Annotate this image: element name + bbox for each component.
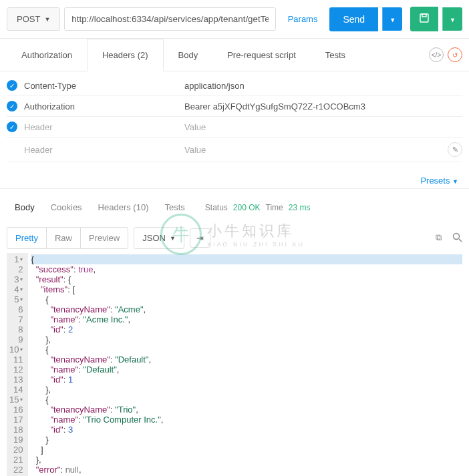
line-gutter: 1 ▾23 ▾4 ▾5 ▾678910 ▾1112131415 ▾1617181…: [7, 253, 28, 476]
header-value[interactable]: Bearer a5jXFQdtYgSufgSmQ72Z-r1OCOBcm3: [184, 101, 462, 111]
presets-link[interactable]: Presets ▼: [420, 176, 458, 186]
search-icon[interactable]: [452, 232, 462, 244]
edit-icon[interactable]: ✎: [448, 142, 462, 157]
time-label: Time: [266, 203, 283, 212]
code-content[interactable]: { "success": true, "result": { "items": …: [28, 253, 462, 476]
view-pretty[interactable]: Pretty: [7, 228, 47, 248]
header-value[interactable]: Value: [184, 145, 448, 155]
view-preview[interactable]: Preview: [81, 228, 128, 248]
header-key[interactable]: Header: [24, 122, 184, 132]
format-select[interactable]: JSON ▼: [134, 227, 184, 249]
tab-body[interactable]: Body: [164, 39, 213, 71]
copy-icon[interactable]: ⧉: [436, 232, 442, 244]
save-icon: [419, 13, 430, 23]
reset-icon[interactable]: ↺: [448, 47, 462, 62]
response-tabs: Body Cookies Headers (10) Tests Status 2…: [0, 188, 469, 223]
header-value[interactable]: application/json: [184, 81, 462, 91]
tab-authorization[interactable]: Authorization: [7, 39, 87, 71]
tab-tests[interactable]: Tests: [311, 39, 360, 71]
method-label: POST: [17, 14, 40, 24]
header-row: ✓AuthorizationBearer a5jXFQdtYgSufgSmQ72…: [7, 96, 462, 117]
params-link[interactable]: Params: [280, 14, 326, 24]
chevron-down-icon: ▼: [452, 178, 458, 185]
view-raw[interactable]: Raw: [47, 228, 81, 248]
svg-point-2: [454, 233, 460, 239]
send-dropdown[interactable]: ▼: [382, 7, 402, 31]
response-body: 1 ▾23 ▾4 ▾5 ▾678910 ▾1112131415 ▾1617181…: [7, 253, 462, 476]
svg-line-3: [459, 239, 462, 242]
send-button[interactable]: Send: [329, 7, 378, 31]
status-value: 200 OK: [233, 203, 261, 212]
header-key[interactable]: Header: [24, 145, 184, 155]
header-key[interactable]: Content-Type: [24, 81, 184, 91]
tab-prerequest[interactable]: Pre-request script: [212, 39, 311, 71]
tab-headers[interactable]: Headers (2): [87, 39, 164, 71]
chevron-down-icon: ▼: [389, 17, 396, 23]
request-bar: POST ▼ Params Send ▼ ▼: [0, 0, 469, 39]
view-bar: Pretty Raw Preview JSON ▼ ⇥ ⧉: [0, 223, 469, 253]
status-label: Status: [205, 203, 228, 212]
header-value[interactable]: Value: [184, 122, 462, 132]
headers-list: ✓Content-Typeapplication/json✓Authorizat…: [0, 71, 469, 173]
chevron-down-icon: ▼: [450, 17, 456, 23]
method-select[interactable]: POST ▼: [7, 7, 60, 31]
check-icon[interactable]: ✓: [7, 101, 17, 111]
url-input[interactable]: [64, 7, 275, 31]
request-tabs: Authorization Headers (2) Body Pre-reque…: [0, 39, 469, 71]
chevron-down-icon: ▼: [170, 235, 176, 242]
svg-rect-0: [420, 14, 428, 22]
code-icon[interactable]: </>: [429, 47, 444, 62]
wrap-toggle[interactable]: ⇥: [190, 228, 210, 248]
save-button[interactable]: [410, 7, 438, 31]
svg-rect-1: [422, 14, 426, 17]
response-tab-cookies[interactable]: Cookies: [43, 198, 90, 216]
chevron-down-icon: ▼: [44, 16, 50, 23]
check-icon[interactable]: ✓: [7, 122, 17, 132]
response-tab-headers[interactable]: Headers (10): [90, 198, 157, 216]
response-tab-tests[interactable]: Tests: [156, 198, 192, 216]
header-row: ✓Content-Typeapplication/json: [7, 75, 462, 96]
save-dropdown[interactable]: ▼: [442, 7, 462, 31]
header-row: ✓HeaderValue: [7, 117, 462, 138]
response-tab-body[interactable]: Body: [7, 198, 43, 216]
time-value: 23 ms: [289, 203, 311, 212]
header-row: HeaderValue✎: [7, 138, 462, 162]
header-key[interactable]: Authorization: [24, 101, 184, 111]
check-icon[interactable]: ✓: [7, 80, 17, 91]
